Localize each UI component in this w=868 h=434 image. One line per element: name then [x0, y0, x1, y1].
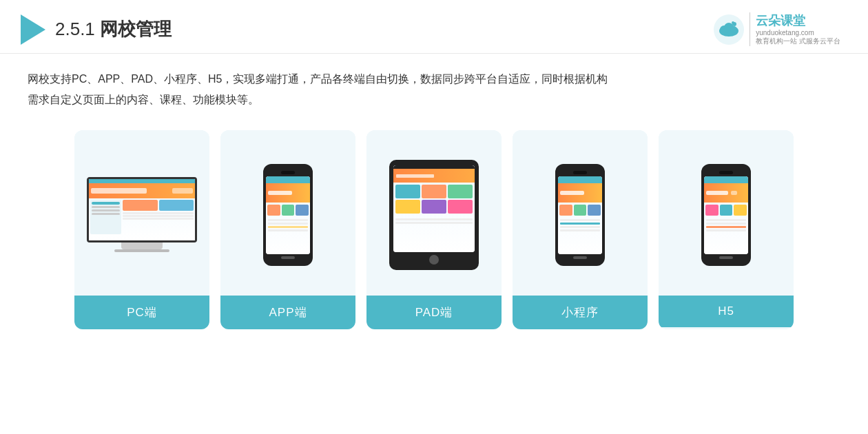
- phone-screen-h5: [704, 176, 748, 254]
- brand-logo-icon: [714, 14, 744, 45]
- page-title: 2.5.1 网校管理: [55, 17, 172, 41]
- desktop-device: [87, 177, 197, 253]
- phone-screen-mp: [558, 176, 602, 254]
- card-image-miniprogram: [513, 130, 648, 296]
- card-label-pad: PAD端: [366, 296, 502, 329]
- tablet-screen: [393, 165, 475, 252]
- card-image-pad: [366, 130, 502, 296]
- header-left: 2.5.1 网校管理: [21, 14, 172, 45]
- card-image-pc: [74, 130, 209, 296]
- title-text: 网校管理: [100, 19, 172, 39]
- logo-url: yunduoketang.com: [756, 29, 840, 37]
- phone-home-mp: [573, 256, 587, 259]
- svg-point-6: [732, 21, 734, 24]
- card-pc: PC端: [74, 130, 209, 329]
- screen-content-app: [266, 176, 310, 254]
- description-line2: 需求自定义页面上的内容、课程、功能模块等。: [28, 90, 840, 110]
- tablet-home-btn: [429, 255, 439, 265]
- description-line1: 网校支持PC、APP、PAD、小程序、H5，实现多端打通，产品各终端自由切换，数…: [28, 69, 840, 90]
- phone-screen-app: [266, 176, 310, 254]
- logo-brand: 云朵课堂: [756, 12, 840, 29]
- screen-content-h5: [704, 176, 748, 254]
- tablet-device: [389, 160, 479, 270]
- logo-area: 云朵课堂 yunduoketang.com 教育机构一站 式服务云平台: [714, 12, 840, 46]
- phone-device-h5: [701, 164, 751, 266]
- phone-notch-h5: [719, 171, 733, 174]
- logo-tagline: 教育机构一站 式服务云平台: [756, 37, 840, 46]
- desktop-base: [114, 249, 169, 252]
- phone-home-h5: [719, 256, 733, 259]
- logo-text: 云朵课堂 yunduoketang.com 教育机构一站 式服务云平台: [750, 12, 840, 46]
- card-image-h5: [659, 130, 794, 296]
- description-area: 网校支持PC、APP、PAD、小程序、H5，实现多端打通，产品各终端自由切换，数…: [0, 54, 868, 116]
- card-label-mp: 小程序: [513, 296, 648, 329]
- cards-container: PC端: [0, 116, 868, 343]
- card-label-pc: PC端: [74, 296, 209, 329]
- screen-fill-pc: [89, 179, 195, 240]
- card-pad: PAD端: [366, 130, 502, 329]
- header: 2.5.1 网校管理 云朵课堂 yunduoketang.com 教育机构一站 …: [0, 0, 868, 54]
- card-label-app: APP端: [220, 296, 355, 329]
- screen-content-pad: [393, 165, 475, 252]
- page-wrapper: 2.5.1 网校管理 云朵课堂 yunduoketang.com 教育机构一站 …: [0, 0, 868, 434]
- screen-content-mp: [558, 176, 602, 254]
- card-app: APP端: [220, 130, 355, 329]
- phone-notch: [281, 171, 295, 174]
- desktop-stand: [121, 242, 163, 249]
- phone-notch-mp: [573, 171, 587, 174]
- section-number: 2.5.1: [55, 19, 95, 39]
- desktop-screen: [87, 177, 197, 242]
- phone-home: [281, 256, 295, 259]
- phone-device-app: [263, 164, 313, 266]
- card-image-app: [220, 130, 355, 296]
- card-miniprogram: 小程序: [513, 130, 648, 329]
- phone-device-mp: [555, 164, 605, 266]
- card-h5: H5: [659, 130, 794, 329]
- card-label-h5: H5: [659, 296, 794, 327]
- svg-point-4: [730, 26, 737, 33]
- play-icon: [21, 14, 45, 45]
